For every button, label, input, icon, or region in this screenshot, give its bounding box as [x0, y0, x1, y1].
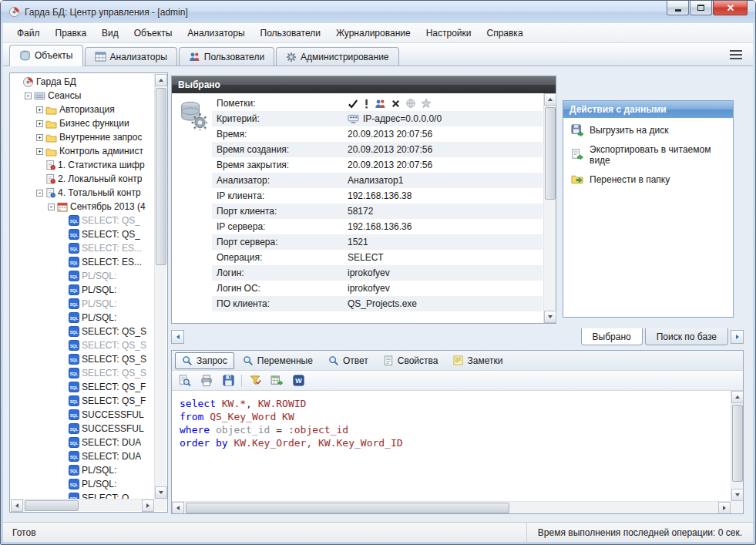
tree-item[interactable]: SQLPL/SQL: [11, 311, 154, 325]
preview-button[interactable] [176, 373, 193, 389]
tree-item[interactable]: Авторизация [11, 103, 154, 116]
action-export-readable[interactable]: Экспортировать в читаемом виде [563, 138, 733, 167]
scrollbar-thumb[interactable] [156, 88, 166, 265]
users-icon[interactable] [375, 99, 386, 109]
minimize-button[interactable] [667, 1, 689, 15]
editor-horizontal-scrollbar[interactable] [172, 501, 731, 513]
view-tab-search-db[interactable]: Поиск по базе [645, 328, 728, 345]
scroll-up-button[interactable] [731, 391, 743, 403]
tree-expander-icon[interactable] [36, 120, 43, 127]
tree-item[interactable]: SQLPL/SQL: [11, 477, 154, 491]
scrollbar-thumb[interactable] [186, 503, 509, 513]
tab-analyzers[interactable]: Анализаторы [85, 47, 177, 66]
menu-help[interactable]: Справка [479, 25, 530, 42]
action-move-folder[interactable]: Перенести в папку [563, 167, 733, 187]
scroll-right-button[interactable] [142, 500, 154, 512]
tree-item[interactable]: SQLSUCCESSFUL [11, 408, 154, 422]
tree-item[interactable]: Гарда БД [11, 75, 154, 89]
scroll-up-button[interactable] [544, 93, 556, 106]
tree-item[interactable]: Сеансы [11, 89, 154, 103]
tree-horizontal-scrollbar[interactable] [11, 499, 154, 511]
tree-expander-icon[interactable] [36, 134, 43, 141]
tree-item[interactable]: SQLPL/SQL: [11, 297, 154, 311]
tree-item[interactable]: SQLSELECT: DUA [11, 449, 154, 463]
scroll-down-button[interactable] [544, 311, 556, 323]
close-button[interactable] [713, 1, 748, 15]
query-tab-variables[interactable]: Переменные [236, 352, 320, 369]
tree-item[interactable]: 2. Локальный контр [11, 172, 154, 186]
filter-button[interactable] [247, 373, 264, 389]
tree-item[interactable]: 1. Статистика шифр [11, 158, 154, 172]
menu-users[interactable]: Пользователи [253, 25, 328, 42]
scrollbar-thumb[interactable] [732, 405, 743, 482]
query-tab-notes[interactable]: Заметки [446, 352, 509, 369]
scroll-down-button[interactable] [731, 489, 743, 501]
scroll-left-button[interactable] [11, 500, 23, 512]
scroll-right-button[interactable] [718, 502, 731, 513]
menu-settings[interactable]: Настройки [418, 25, 479, 42]
query-tab-answer[interactable]: Ответ [321, 352, 375, 369]
scrollbar-thumb[interactable] [545, 107, 556, 200]
scroll-up-button[interactable] [155, 74, 167, 86]
tree-item[interactable]: SQLPL/SQL: [11, 463, 154, 477]
tree-item[interactable]: SQLSELECT: QS_S [11, 338, 154, 352]
tabs-scroll-right-button[interactable] [731, 330, 744, 344]
tree-expander-icon[interactable] [36, 190, 43, 197]
tree-item[interactable]: SQLSELECT: QS_F [11, 380, 154, 394]
tab-administration[interactable]: Администрирование [276, 47, 398, 66]
query-tab-properties[interactable]: Свойства [377, 352, 445, 369]
tree-item[interactable]: SQLSELECT: QS_S [11, 352, 154, 366]
word-button[interactable]: W [290, 373, 307, 389]
maximize-button[interactable] [690, 1, 712, 15]
view-tab-selected[interactable]: Выбрано [581, 328, 643, 345]
scrollbar-thumb[interactable] [25, 500, 79, 511]
tree-item[interactable]: SQLSELECT: Q [11, 491, 154, 499]
tree-expander-icon[interactable] [36, 106, 43, 113]
sql-editor[interactable]: select KW.*, KW.ROWIDfrom QS_Key_Word KW… [172, 391, 743, 513]
editor-vertical-scrollbar[interactable] [731, 391, 743, 501]
selected-vertical-scrollbar[interactable] [543, 93, 556, 323]
tree-item[interactable]: 4. Тотальный контр [11, 186, 154, 200]
export-button[interactable] [268, 373, 285, 389]
menu-edit[interactable]: Правка [48, 25, 95, 42]
query-tab-query[interactable]: Запрос [175, 352, 234, 369]
cross-icon[interactable] [391, 99, 401, 109]
print-button[interactable] [198, 373, 215, 389]
tree-item[interactable]: Сентябрь 2013 (4 [11, 200, 154, 214]
action-export-disk[interactable]: Выгрузить на диск [563, 118, 733, 138]
tree-item[interactable]: Бизнес функции [11, 116, 154, 130]
tree-item[interactable]: SQLSELECT: QS_S [11, 366, 154, 380]
menu-view[interactable]: Вид [94, 25, 126, 42]
tree-item[interactable]: SQLSELECT: ES... [11, 255, 154, 269]
tree-item[interactable]: SQLSELECT: QS_ [11, 214, 154, 227]
menu-objects[interactable]: Объекты [126, 25, 180, 42]
menu-analyzers[interactable]: Анализаторы [180, 25, 252, 42]
tree-item[interactable]: SQLPL/SQL: [11, 269, 154, 283]
alert-icon[interactable] [363, 99, 370, 109]
tree-expander-icon[interactable] [36, 148, 43, 155]
tree-item[interactable]: SQLPL/SQL: [11, 283, 154, 297]
scroll-down-button[interactable] [155, 486, 167, 499]
menu-icon[interactable] [730, 50, 742, 59]
scroll-left-button[interactable] [172, 502, 184, 513]
tree-item[interactable]: SQLSELECT: DUA [11, 436, 154, 449]
tree-item[interactable]: SQLSUCCESSFUL [11, 422, 154, 436]
tree-vertical-scrollbar[interactable] [154, 74, 166, 499]
tree-expander-icon[interactable] [48, 204, 55, 210]
check-icon[interactable] [348, 99, 358, 109]
tree-item[interactable]: SQLSELECT: ES... [11, 241, 154, 255]
tree-expander-icon[interactable] [25, 93, 32, 99]
tab-users[interactable]: Пользователи [179, 47, 274, 66]
menu-file[interactable]: Файл [9, 25, 48, 42]
tab-objects[interactable]: Объекты [9, 45, 83, 66]
star-icon[interactable] [421, 98, 432, 109]
titlebar[interactable]: Гарда БД: Центр управления - [admin] [1, 1, 755, 23]
tree-item[interactable]: SQLSELECT: QS_F [11, 394, 154, 408]
web-icon[interactable] [405, 98, 416, 109]
tree-item[interactable]: SQLSELECT: QS_ [11, 227, 154, 241]
tabs-scroll-left-button[interactable] [171, 330, 184, 344]
menu-journaling[interactable]: Журналирование [328, 25, 418, 42]
save-button[interactable] [220, 373, 237, 389]
tree-item[interactable]: Контроль админист [11, 144, 154, 158]
tree-item[interactable]: SQLSELECT: QS_S [11, 325, 154, 338]
